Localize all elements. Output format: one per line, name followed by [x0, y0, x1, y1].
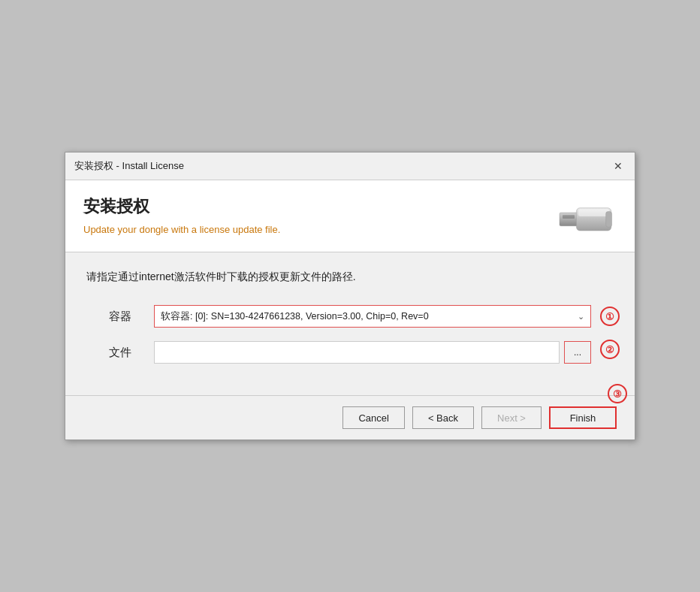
annotation-3: ③ — [608, 384, 627, 403]
svg-rect-0 — [560, 213, 578, 226]
footer-section: ③ Cancel < Back Next > Finish — [65, 395, 635, 439]
form-area: 容器 软容器: [0]: SN=130-4247661238, Version=… — [86, 305, 614, 364]
browse-button[interactable]: ... — [564, 341, 591, 364]
header-section: 安装授权 Update your dongle with a license u… — [65, 180, 635, 252]
file-label: 文件 — [109, 346, 154, 360]
annotation-2: ② — [600, 340, 620, 359]
container-dropdown[interactable]: 软容器: [0]: SN=130-4247661238, Version=3.0… — [154, 305, 591, 328]
back-button[interactable]: < Back — [412, 406, 474, 429]
svg-rect-4 — [606, 212, 612, 228]
container-input-area: 软容器: [0]: SN=130-4247661238, Version=3.0… — [154, 305, 591, 328]
page-title: 安装授权 — [83, 195, 280, 218]
cancel-button[interactable]: Cancel — [342, 406, 404, 429]
finish-button[interactable]: Finish — [549, 406, 617, 429]
usb-icon — [557, 198, 617, 240]
next-button[interactable]: Next > — [481, 406, 542, 429]
install-license-dialog: 安装授权 - Install License ✕ 安装授权 Update you… — [65, 152, 635, 440]
header-left: 安装授权 Update your dongle with a license u… — [83, 195, 280, 235]
file-input-area: ... ② — [154, 341, 591, 364]
annotation-1: ① — [600, 307, 620, 326]
container-row: 容器 软容器: [0]: SN=130-4247661238, Version=… — [109, 305, 591, 328]
title-bar: 安装授权 - Install License ✕ — [65, 153, 635, 180]
svg-rect-3 — [578, 209, 610, 216]
svg-rect-1 — [563, 215, 575, 219]
content-description: 请指定通过internet激活软件时下载的授权更新文件的路径. — [86, 270, 614, 284]
header-subtitle: Update your dongle with a license update… — [83, 224, 280, 235]
content-section: 请指定通过internet激活软件时下载的授权更新文件的路径. 容器 软容器: … — [65, 252, 635, 395]
container-dropdown-value: 软容器: [0]: SN=130-4247661238, Version=3.0… — [161, 310, 429, 323]
file-input[interactable] — [154, 341, 560, 364]
dropdown-arrow-icon: ⌄ — [578, 312, 584, 322]
container-label: 容器 — [109, 310, 154, 324]
file-row: 文件 ... ② — [109, 341, 591, 364]
close-button[interactable]: ✕ — [611, 159, 626, 174]
dialog-title: 安装授权 - Install License — [74, 159, 184, 173]
